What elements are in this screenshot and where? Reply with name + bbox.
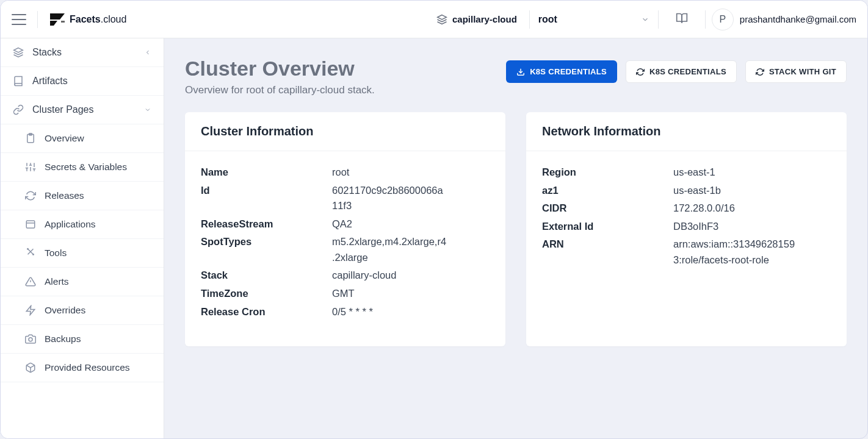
chevron-left-icon [144,49,151,56]
field-value: capillary-cloud [332,268,448,284]
field-value: GMT [332,286,448,302]
cluster-information-card: Cluster Information Nameroot Id6021170c9… [185,112,505,346]
refresh-icon [756,68,764,76]
sidebar-item-label: Releases [45,190,84,201]
field-label: Stack [201,268,332,284]
k8s-credentials-download-button[interactable]: K8S CREDENTIALS [506,60,617,83]
svg-marker-2 [14,48,23,53]
sidebar-stacks-label: Stacks [32,47,62,58]
camera-icon [25,334,36,344]
sidebar-item-provided[interactable]: Provided Resources [1,354,164,382]
field-value: arn:aws:iam::313496281593:role/facets-ro… [673,237,795,268]
field-label: Release Cron [201,304,332,320]
user-email: prashantdhanke@gmail.com [740,14,856,24]
docs-icon[interactable] [676,12,688,27]
sidebar-item-overview[interactable]: Overview [1,124,164,153]
sidebar-item-label: Provided Resources [45,362,130,373]
card-title: Cluster Information [185,112,505,151]
stack-chip[interactable]: capillary-cloud [424,14,529,25]
network-information-card: Network Information Regionus-east-1 az1u… [526,112,847,346]
card-title: Network Information [526,112,847,151]
divider [658,10,659,29]
sidebar-item-label: Applications [45,219,96,230]
button-label: K8S CREDENTIALS [649,67,726,76]
sidebar: Stacks Artifacts Cluster Pages Overview … [1,38,164,439]
divider [705,10,706,29]
sidebar-item-label: Tools [45,248,67,259]
zap-icon [25,305,36,316]
logo-text-brand: Facets [70,14,101,25]
sidebar-artifacts-label: Artifacts [32,76,68,87]
sidebar-item-tools[interactable]: Tools [1,239,164,268]
hamburger-menu[interactable] [12,14,26,25]
avatar-initial: P [719,14,726,25]
field-value: QA2 [332,216,448,232]
field-value: root [332,165,448,180]
field-label: ARN [542,237,673,268]
svg-point-21 [29,338,32,341]
field-label: TimeZone [201,286,332,302]
field-value: 6021170c9c2b8600066a11f3 [332,183,448,214]
refresh-icon [636,68,645,76]
box-icon [25,362,36,373]
field-value: us-east-1b [673,183,795,199]
field-label: CIDR [542,201,673,216]
sidebar-item-releases[interactable]: Releases [1,182,164,210]
button-label: STACK WITH GIT [769,67,836,76]
field-value: 172.28.0.0/16 [673,201,795,216]
field-label: Region [542,165,673,180]
cluster-select[interactable]: root [530,14,658,25]
svg-marker-1 [437,15,446,20]
link-icon [13,104,24,115]
download-icon [516,68,525,76]
stack-name: capillary-cloud [452,14,517,24]
sidebar-item-label: Overview [45,133,84,144]
sidebar-item-label: Overrides [45,305,85,316]
layers-icon [436,14,447,25]
svg-rect-14 [26,221,35,228]
field-label: SpotTypes [201,234,332,265]
field-label: Name [201,165,332,180]
field-value: 0/5 * * * * [332,304,448,320]
field-label: ReleaseStream [201,216,332,232]
alert-icon [25,276,36,287]
field-value: m5.2xlarge,m4.2xlarge,r4.2xlarge [332,234,448,265]
sidebar-item-label: Backups [45,334,81,344]
main-content: Cluster Overview Overview for root of ca… [164,38,867,439]
field-label: Id [201,183,332,214]
sidebar-item-label: Secrets & Variables [45,162,127,173]
cluster-select-value: root [538,14,557,25]
sidebar-item-alerts[interactable]: Alerts [1,268,164,296]
sidebar-stacks[interactable]: Stacks [1,38,164,67]
page-subtitle: Overview for root of capillary-cloud sta… [185,84,375,96]
logo-icon [49,12,66,27]
divider [37,11,38,28]
tools-icon [25,248,36,259]
k8s-credentials-refresh-button[interactable]: K8S CREDENTIALS [626,60,737,83]
sliders-icon [25,162,36,173]
sidebar-artifacts[interactable]: Artifacts [1,67,164,96]
brand-logo[interactable]: Facets.cloud [49,12,126,27]
field-value: DB3oIhF3 [673,219,795,235]
sidebar-item-overrides[interactable]: Overrides [1,296,164,325]
button-label: K8S CREDENTIALS [530,67,607,76]
field-label: External Id [542,219,673,235]
sidebar-item-secrets[interactable]: Secrets & Variables [1,153,164,182]
sidebar-cluster-pages[interactable]: Cluster Pages [1,96,164,124]
sidebar-item-backups[interactable]: Backups [1,325,164,354]
svg-point-16 [27,249,29,250]
sidebar-item-applications[interactable]: Applications [1,210,164,239]
stack-with-git-button[interactable]: STACK WITH GIT [745,60,847,83]
clipboard-icon [25,133,36,144]
window-icon [25,219,36,230]
chevron-down-icon [641,15,649,24]
page-title: Cluster Overview [185,57,375,80]
book-icon [13,76,24,87]
logo-text-suffix: .cloud [101,14,127,25]
sidebar-item-label: Alerts [45,276,69,287]
svg-marker-20 [26,306,35,315]
field-label: az1 [542,183,673,199]
avatar[interactable]: P [712,9,734,30]
chevron-down-icon [144,106,151,113]
refresh-icon [25,190,36,201]
